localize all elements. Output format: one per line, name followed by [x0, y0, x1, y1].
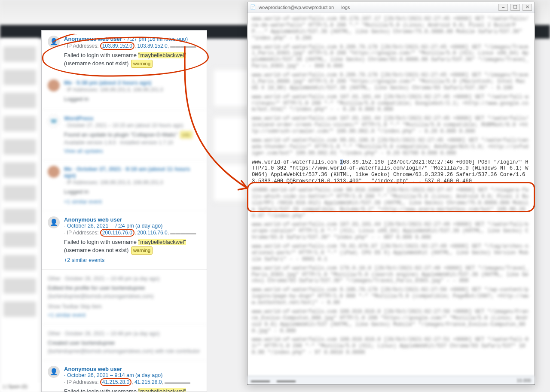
anonymous-user-icon: 👤: [48, 36, 60, 48]
user-avatar: [48, 79, 60, 91]
activity-entry[interactable]: Other · October 26, 2021 – 10:48 pm (a d…: [42, 325, 207, 361]
footer-status: ) | Spam (0): [0, 383, 40, 392]
entry-ip-line: · IP Addresses: 200.116.76.0, 200.116.76…: [64, 230, 201, 236]
app-icon: 📄: [250, 4, 256, 10]
annotation-arrow: [138, 34, 258, 198]
entry-message: Failed to login with username "maybelleb…: [64, 388, 201, 392]
entry-ip-line: · IP Addresses: 41.215.28.0, 41.215.28.0…: [64, 379, 201, 385]
entry-user[interactable]: Anonymous web user: [64, 216, 122, 223]
entry-user[interactable]: Anonymous web user: [64, 366, 122, 372]
entry-user[interactable]: Anonymous web user: [64, 36, 122, 42]
anonymous-user-icon: 👤: [48, 216, 60, 228]
entry-time: · October 26, 2021 – 9:14 am (a day ago): [64, 372, 201, 378]
activity-entry[interactable]: Other · October 26, 2021 – 10:48 pm (a d…: [42, 270, 207, 325]
similar-events-link[interactable]: +2 similar events: [64, 257, 104, 263]
username-highlight: "maybelleblackwel": [138, 239, 186, 245]
anonymous-user-icon: 👤: [48, 366, 60, 378]
view-updates-link[interactable]: View all updates: [64, 148, 103, 154]
ip-address-link[interactable]: 41.215.28.0: [134, 379, 162, 385]
minimize-button[interactable]: –: [498, 4, 508, 11]
ip-address-link[interactable]: 103.89.152.0: [100, 42, 134, 50]
log-body[interactable]: www.world-of-waterfalls.com 99.170.107.1…: [248, 12, 535, 376]
entry-message: Failed to login with username "maybelleb…: [64, 238, 201, 255]
highlighted-log-line: www.world-of-waterfalls.com 103.89.152.1…: [252, 159, 530, 185]
activity-entry[interactable]: 👤 Anonymous web user · October 26, 2021 …: [42, 211, 207, 270]
ip-address-link[interactable]: 41.215.28.0: [100, 378, 131, 386]
window-title: wowproduction@wp.wowproduction — logs: [259, 5, 350, 10]
log-window-titlebar[interactable]: 📄 wowproduction@wp.wowproduction — logs …: [248, 2, 535, 12]
user-avatar: [48, 166, 60, 178]
ip-selection-highlight: 1: [340, 159, 343, 165]
log-window-statusbar: ▬▬▬▬▬▬▬▬10.000: [248, 376, 535, 384]
ip-address-link[interactable]: 200.116.76.0: [138, 230, 168, 236]
close-button[interactable]: ✕: [522, 4, 532, 11]
warning-badge: warning: [131, 246, 153, 255]
log-window: 📄 wowproduction@wp.wowproduction — logs …: [247, 2, 535, 385]
ip-address-link[interactable]: 200.116.76.0: [100, 229, 134, 237]
username-highlight: "maybelleblackwel": [138, 388, 186, 392]
activity-entry[interactable]: 👤 Anonymous web user · October 26, 2021 …: [42, 361, 207, 392]
entry-time: · October 26, 2021 – 7:24 pm (a day ago): [64, 223, 201, 229]
wordpress-icon: W: [48, 115, 60, 127]
maximize-button[interactable]: ☐: [510, 4, 520, 11]
